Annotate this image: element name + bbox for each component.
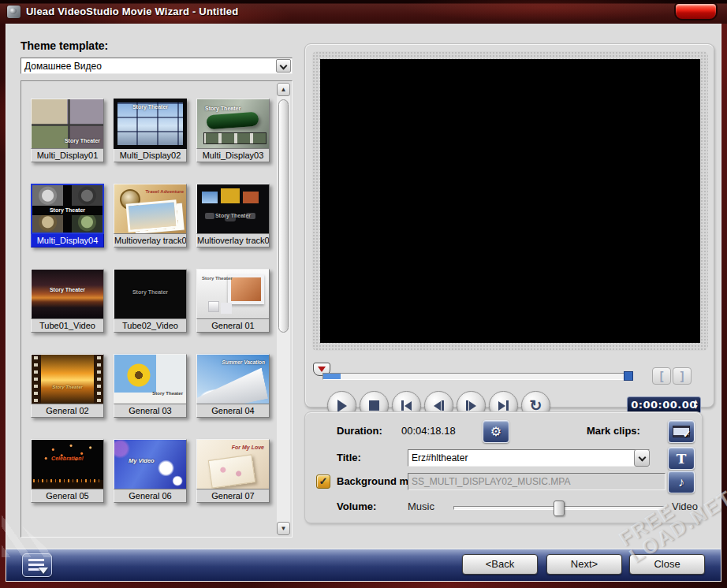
close-window-button[interactable] [674, 2, 718, 20]
theme-template-value: Домашнее Видео [24, 61, 102, 72]
template-name: Tube02_Video [114, 319, 187, 333]
template-image: Summer Vacation [196, 354, 270, 404]
template-image: Story Theater [31, 269, 104, 319]
theme-template-combobox[interactable]: Домашнее Видео [21, 58, 293, 74]
gear-icon: ⚙ [490, 424, 501, 439]
background-music-checkbox[interactable]: ✓ [316, 474, 330, 489]
scroll-up-button[interactable]: ▲ [277, 83, 290, 96]
duration-settings-button[interactable]: ⚙ [483, 420, 509, 443]
background-music-button[interactable]: ♪ [668, 471, 695, 493]
back-button[interactable]: <Back [462, 554, 538, 575]
template-thumbnail-general03[interactable]: Story Theater General 03 [114, 354, 187, 418]
template-thumbnail-general05[interactable]: Celebration! General 05 [31, 439, 104, 503]
template-thumbnail-multi-display01[interactable]: Story Theater Multi_Display01 [31, 99, 104, 162]
music-note-icon: ♪ [678, 475, 684, 489]
mark-out-button[interactable]: ] [673, 367, 692, 385]
template-overlay-text: Story Theater [152, 391, 183, 396]
template-name: Tube01_Video [31, 319, 104, 333]
chevron-down-icon [280, 62, 288, 70]
template-image: Story Theater [114, 99, 187, 149]
template-image: Story Theater [31, 99, 104, 149]
scrollbar-thumb[interactable] [278, 99, 289, 333]
theme-dropdown-button[interactable] [276, 59, 291, 73]
go-to-end-icon [498, 401, 505, 411]
volume-label: Volume: [337, 501, 376, 512]
template-thumbnail-multioverlay-track02[interactable]: Story Theater Multioverlay track02 [196, 184, 270, 247]
template-thumbnail-general07[interactable]: For My Love General 07 [196, 439, 270, 503]
template-overlay-text: Story Theater [32, 287, 103, 292]
template-name: General 04 [196, 404, 270, 418]
template-image: Travel Adventure [114, 184, 187, 234]
title-dropdown-button[interactable] [634, 449, 650, 467]
footer-bar: <Back Next> Close [6, 549, 721, 581]
go-to-start-icon [405, 401, 412, 411]
volume-slider-handle[interactable] [554, 501, 565, 516]
volume-slider[interactable] [453, 506, 665, 510]
next-frame-icon [469, 401, 476, 411]
chevron-down-icon [639, 454, 647, 462]
video-preview [320, 59, 700, 343]
mark-clips-button[interactable] [668, 420, 695, 443]
template-name: Multioverlay track02 [196, 234, 270, 247]
template-overlay-text: For My Love [232, 445, 264, 450]
template-overlay-text: Story Theater [197, 213, 269, 218]
text-title-icon: T [677, 451, 687, 467]
template-thumbnail-multioverlay-track01[interactable]: Travel Adventure Multioverlay track01 [114, 184, 187, 247]
close-button[interactable]: Close [629, 554, 705, 575]
template-name: General 05 [31, 489, 104, 503]
dialog-body: Theme template: Домашнее Видео Story The… [6, 24, 721, 582]
template-list-scrollbar[interactable]: ▲ ▼ [277, 83, 290, 535]
template-thumbnail-multi-display02[interactable]: Story Theater Multi_Display02 [114, 99, 187, 162]
template-overlay-text: Summer Vacation [222, 359, 265, 365]
template-thumbnail-general04[interactable]: Summer Vacation General 04 [196, 354, 270, 418]
template-image: Story Theater [114, 269, 187, 319]
template-thumbnail-multi-display03[interactable]: Story Theater Multi_Display03 [196, 99, 270, 162]
scroll-down-button[interactable]: ▼ [277, 522, 290, 535]
timecode-spinner[interactable]: ▲▼ [694, 399, 698, 409]
window-title: Ulead VideoStudio Movie Wizard - Untitle… [26, 6, 238, 17]
filmstrip-check-icon [673, 426, 690, 437]
template-thumbnail-general01[interactable]: Story Theater General 01 [196, 269, 270, 333]
template-overlay-text: Story Theater [114, 289, 186, 295]
video-side-label: Video [672, 501, 698, 512]
template-name: Multi_Display02 [114, 149, 187, 162]
template-overlay-text: Story Theater [205, 106, 240, 111]
background-music-input[interactable] [408, 473, 665, 490]
scrub-bar[interactable] [322, 373, 630, 380]
title-bar[interactable]: Ulead VideoStudio Movie Wizard - Untitle… [0, 0, 727, 24]
duration-value: 00:04:18.18 [401, 425, 456, 437]
video-frame [312, 51, 708, 351]
title-input[interactable] [408, 449, 650, 467]
title-label: Title: [337, 452, 361, 463]
preview-panel: [ ] ↻ 0:00:00.00 ▲▼ [304, 43, 714, 408]
duration-label: Duration: [337, 425, 382, 437]
mark-clips-label: Mark clips: [587, 425, 640, 437]
theme-template-label: Theme template: [21, 39, 108, 52]
next-button[interactable]: Next> [546, 554, 622, 575]
template-thumbnail-general02[interactable]: Story Theater General 02 [31, 354, 104, 418]
template-image: Story Theater [196, 269, 270, 319]
template-thumbnail-tube02-video[interactable]: Story Theater Tube02_Video [114, 269, 187, 333]
settings-panel: Duration: 00:04:18.18 ⚙ Mark clips: Titl… [304, 411, 703, 523]
template-name: General 07 [196, 489, 270, 503]
template-image: Story Theater [31, 184, 104, 234]
template-name: Multioverlay track01 [114, 234, 187, 247]
template-thumbnail-multi-display04-selected[interactable]: Story Theater Multi_Display04 [31, 184, 104, 247]
output-options-button[interactable] [22, 553, 52, 577]
mark-in-button[interactable]: [ [652, 367, 671, 385]
template-name: Multi_Display04 [31, 234, 104, 247]
template-grid: Story Theater Multi_Display01 Story Thea… [31, 99, 270, 503]
template-name: Multi_Display01 [31, 149, 104, 162]
template-overlay-text: Story Theater [202, 276, 233, 281]
trim-end-handle[interactable] [624, 371, 633, 381]
template-thumbnail-tube01-video[interactable]: Story Theater Tube01_Video [31, 269, 104, 333]
title-style-button[interactable]: T [668, 447, 695, 470]
template-name: General 03 [114, 404, 187, 418]
spin-down-icon: ▼ [694, 404, 698, 409]
template-overlay-text: Celebration! [32, 456, 103, 461]
app-icon [7, 6, 21, 18]
template-overlay-text: Travel Adventure [146, 189, 184, 194]
template-name: General 01 [196, 319, 270, 333]
template-thumbnail-general06[interactable]: My Video General 06 [114, 439, 187, 503]
template-image: For My Love [196, 439, 270, 489]
